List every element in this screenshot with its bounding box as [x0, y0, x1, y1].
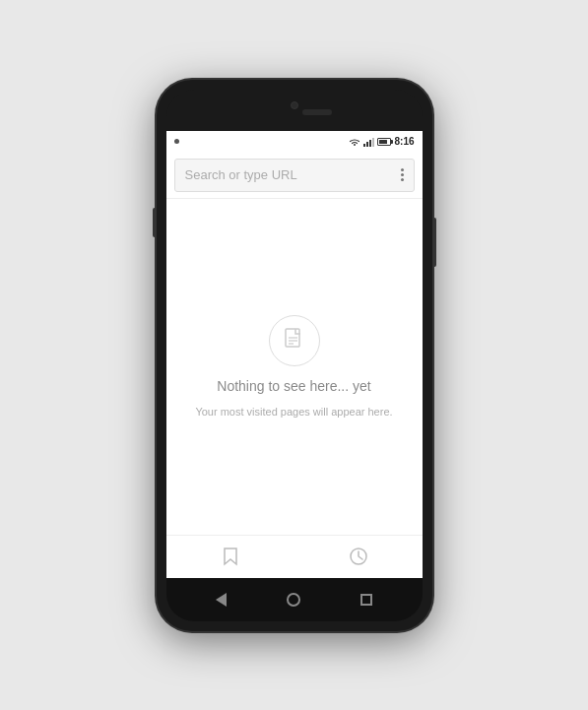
empty-state-title: Nothing to see here... yet: [217, 378, 370, 394]
notification-dot: [174, 139, 179, 144]
url-bar[interactable]: Search or type URL: [174, 159, 415, 192]
url-bar-container: Search or type URL: [166, 153, 423, 199]
home-button[interactable]: [287, 593, 300, 607]
nav-bar: [166, 578, 423, 621]
document-icon: [284, 328, 305, 354]
bottom-toolbar: [166, 535, 423, 578]
signal-icon: [363, 137, 374, 147]
history-button[interactable]: [339, 537, 378, 576]
empty-state-icon: [269, 315, 320, 366]
empty-state-subtitle: Your most visited pages will appear here…: [195, 406, 392, 418]
status-bar: 8:16: [166, 131, 423, 153]
main-content: Nothing to see here... yet Your most vis…: [166, 199, 423, 535]
battery-icon: [377, 138, 391, 146]
speaker: [302, 109, 332, 115]
wifi-icon: [349, 137, 360, 147]
more-options-icon[interactable]: [401, 168, 404, 181]
front-camera: [291, 101, 298, 109]
status-left: [174, 139, 179, 144]
status-right: 8:16: [349, 136, 414, 147]
phone-inner: 8:16 Search or type URL: [166, 90, 423, 621]
back-button[interactable]: [216, 593, 227, 607]
bookmark-button[interactable]: [211, 537, 250, 576]
phone-device: 8:16 Search or type URL: [157, 80, 432, 631]
recents-button[interactable]: [360, 594, 372, 606]
screen: 8:16 Search or type URL: [166, 131, 423, 578]
url-placeholder[interactable]: Search or type URL: [185, 167, 401, 182]
top-bezel: [166, 90, 423, 131]
time-display: 8:16: [394, 136, 414, 147]
